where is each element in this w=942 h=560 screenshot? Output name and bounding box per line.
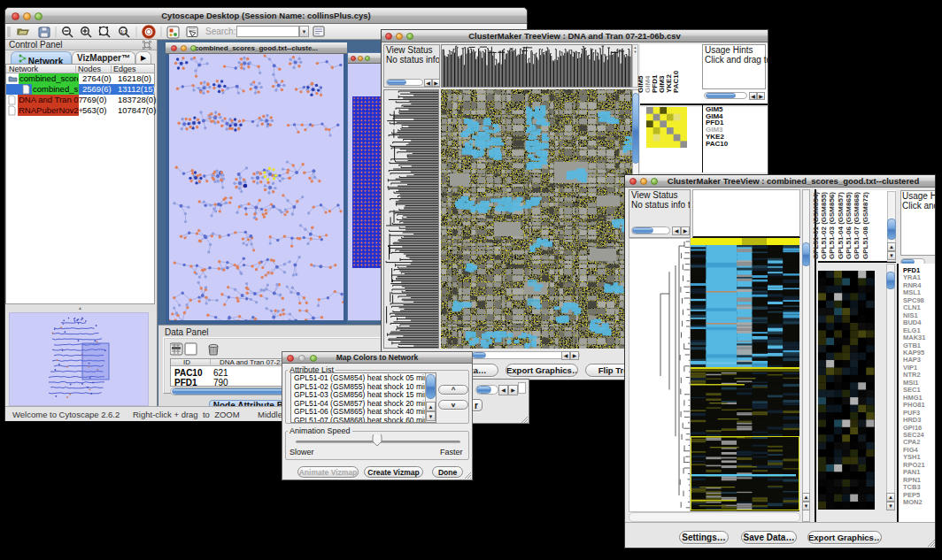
svg-text:1:1: 1:1: [120, 29, 127, 35]
